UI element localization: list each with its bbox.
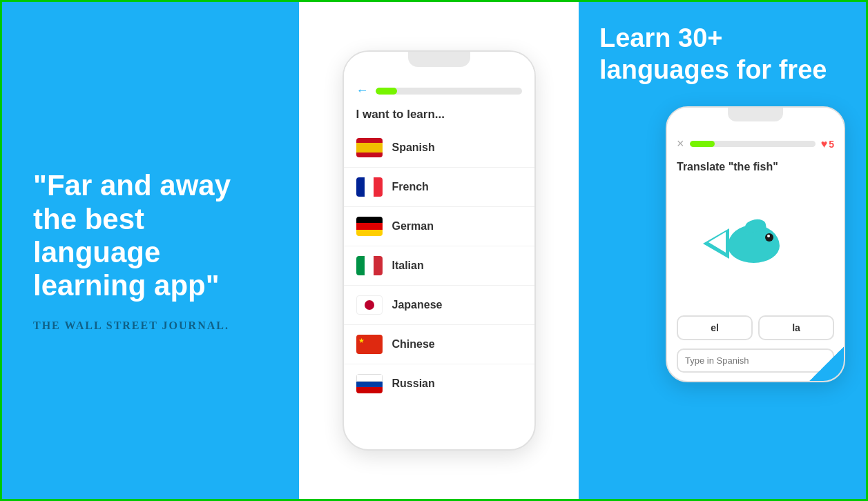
list-item[interactable]: Spanish <box>344 128 534 168</box>
phone-right: × ♥ 5 Translate "the fish" el la <box>666 106 845 382</box>
flag-france <box>356 177 383 197</box>
quote-text: "Far and away the best language learning… <box>33 169 268 302</box>
type-in-spanish-input[interactable] <box>677 348 834 373</box>
left-panel: "Far and away the best language learning… <box>2 2 299 499</box>
list-item[interactable]: Japanese <box>344 286 534 325</box>
translate-prompt: Translate "the fish" <box>667 155 844 177</box>
progress-fill-right <box>690 141 715 147</box>
center-panel: ← I want to learn... Spanish French <box>302 2 576 499</box>
fish-tail-inner <box>708 232 726 253</box>
right-panel: Learn 30+languages for free × ♥ 5 Transl… <box>579 2 866 499</box>
hearts-area: ♥ 5 <box>821 138 834 150</box>
answer-buttons: el la <box>667 311 844 344</box>
progress-bar-right <box>690 141 816 147</box>
list-item[interactable]: French <box>344 168 534 207</box>
language-name-italian: Italian <box>392 259 424 272</box>
progress-fill <box>376 88 398 95</box>
language-name-japanese: Japanese <box>392 299 443 311</box>
list-item[interactable]: ★ Chinese <box>344 325 534 364</box>
back-arrow-icon[interactable]: ← <box>356 84 369 98</box>
answer-option-la[interactable]: la <box>758 315 834 340</box>
flag-russia <box>356 374 383 393</box>
phone-header: ← <box>344 78 534 102</box>
flag-spain <box>356 138 383 157</box>
wsj-attribution: THE WALL STREET JOURNAL. <box>33 320 268 332</box>
list-item[interactable]: German <box>344 207 534 246</box>
close-icon[interactable]: × <box>677 137 684 151</box>
language-list: Spanish French German <box>344 128 534 449</box>
language-name-german: German <box>392 220 434 233</box>
progress-bar <box>376 88 522 95</box>
flag-japan <box>356 295 383 315</box>
hearts-count: 5 <box>829 139 834 150</box>
phone-right-header: × ♥ 5 <box>667 132 844 155</box>
phone-notch-area <box>344 52 534 78</box>
list-item[interactable]: Russian <box>344 364 534 403</box>
language-name-spanish: Spanish <box>392 141 435 154</box>
phone-left: ← I want to learn... Spanish French <box>343 50 536 451</box>
flag-china: ★ <box>356 335 383 354</box>
right-headline: Learn 30+languages for free <box>599 23 827 86</box>
fish-illustration <box>667 177 844 311</box>
flag-italy <box>356 256 383 275</box>
list-item[interactable]: Italian <box>344 246 534 286</box>
fish-body <box>714 217 797 272</box>
heart-icon: ♥ <box>821 138 828 150</box>
answer-option-el[interactable]: el <box>677 315 753 340</box>
language-name-french: French <box>392 181 429 193</box>
flag-germany <box>356 217 383 236</box>
learn-title: I want to learn... <box>344 102 534 128</box>
language-name-russian: Russian <box>392 377 435 390</box>
language-name-chinese: Chinese <box>392 338 435 351</box>
phone-right-notch <box>728 108 783 121</box>
phone-notch <box>408 52 470 67</box>
phone-right-notch-area <box>667 108 844 132</box>
